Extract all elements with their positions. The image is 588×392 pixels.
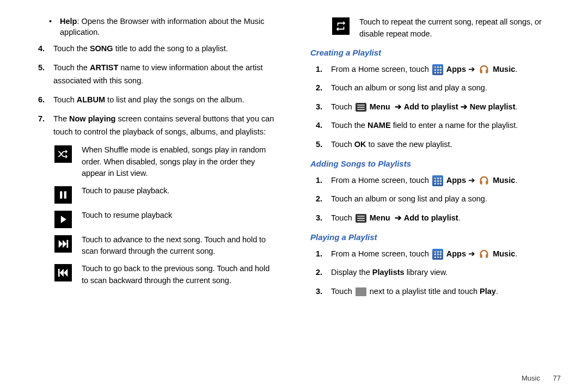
b-step-1: 1. From a Home screen, touch Apps ➔ Musi… bbox=[316, 174, 566, 187]
help-label: Help bbox=[60, 17, 77, 26]
prev-desc: Touch to go back to the previous song. T… bbox=[82, 263, 278, 287]
step-6: 6. Touch ALBUM to list and play the song… bbox=[38, 93, 278, 107]
c-step-2: 2. Display the Playlists library view. bbox=[316, 266, 566, 279]
shuffle-row: When Shuffle mode is enabled, songs play… bbox=[54, 144, 278, 180]
a-step-2: 2. Touch an album or song list and play … bbox=[316, 81, 566, 95]
options-icon bbox=[356, 287, 366, 296]
next-desc: Touch to advance to the next song. Touch… bbox=[82, 234, 278, 258]
step-body: Touch the ARTIST name to view informatio… bbox=[53, 61, 278, 88]
headphones-icon bbox=[479, 64, 489, 75]
shuffle-icon bbox=[54, 144, 82, 180]
creating-playlist-heading: Creating a Playlist bbox=[310, 48, 566, 57]
step-5: 5. Touch the ARTIST name to view informa… bbox=[38, 61, 278, 88]
svg-rect-1 bbox=[64, 192, 66, 199]
menu-icon bbox=[356, 103, 366, 112]
repeat-icon bbox=[332, 16, 359, 40]
step-num: 4. bbox=[38, 42, 53, 56]
help-desc: : Opens the Browser with information abo… bbox=[60, 17, 265, 36]
step-num: 6. bbox=[38, 93, 53, 107]
page-footer: Music 77 bbox=[522, 374, 561, 382]
apps-icon bbox=[432, 249, 443, 260]
shuffle-desc: When Shuffle mode is enabled, songs play… bbox=[82, 144, 278, 180]
page: • Help: Opens the Browser with informati… bbox=[0, 0, 588, 392]
help-bullet: • Help: Opens the Browser with informati… bbox=[49, 16, 278, 38]
menu-icon bbox=[356, 214, 366, 223]
step-num: 5. bbox=[38, 61, 53, 88]
step-4: 4. Touch the SONG title to add the song … bbox=[38, 42, 278, 56]
apps-icon bbox=[432, 64, 443, 75]
headphones-icon bbox=[479, 175, 489, 186]
repeat-row: Touch to repeat the current song, repeat… bbox=[332, 16, 566, 40]
prev-icon bbox=[54, 263, 82, 287]
step-body: Touch the SONG title to add the song to … bbox=[53, 42, 278, 56]
a-step-1: 1. From a Home screen, touch Apps ➔ Musi… bbox=[316, 63, 566, 76]
play-icon bbox=[54, 210, 82, 229]
pause-row: Touch to pause playback. bbox=[54, 185, 278, 204]
step-num: 7. bbox=[38, 112, 53, 139]
help-text: Help: Opens the Browser with information… bbox=[60, 16, 278, 38]
play-row: Touch to resume playback bbox=[54, 210, 278, 229]
step-7: 7. The Now playing screen contains sever… bbox=[38, 112, 278, 139]
pause-icon bbox=[54, 185, 82, 204]
next-row: Touch to advance to the next song. Touch… bbox=[54, 234, 278, 258]
step-body: The Now playing screen contains several … bbox=[53, 112, 278, 139]
next-icon bbox=[54, 234, 82, 258]
play-desc: Touch to resume playback bbox=[82, 210, 278, 229]
a-step-5: 5. Touch OK to save the new playlist. bbox=[316, 138, 566, 151]
bullet-dot: • bbox=[49, 16, 60, 38]
apps-icon bbox=[432, 175, 443, 186]
repeat-desc: Touch to repeat the current song, repeat… bbox=[359, 16, 566, 40]
prev-row: Touch to go back to the previous song. T… bbox=[54, 263, 278, 287]
adding-songs-heading: Adding Songs to Playlists bbox=[310, 159, 566, 168]
c-step-3: 3. Touch next to a playlist title and to… bbox=[316, 285, 566, 298]
step-body: Touch ALBUM to list and play the songs o… bbox=[53, 93, 278, 107]
pause-desc: Touch to pause playback. bbox=[82, 185, 278, 204]
left-column: • Help: Opens the Browser with informati… bbox=[22, 16, 278, 381]
right-column: Touch to repeat the current song, repeat… bbox=[310, 16, 566, 381]
footer-section: Music bbox=[522, 374, 540, 382]
a-step-4: 4. Touch the NAME field to enter a name … bbox=[316, 119, 566, 132]
headphones-icon bbox=[479, 249, 489, 260]
c-step-1: 1. From a Home screen, touch Apps ➔ Musi… bbox=[316, 247, 566, 261]
b-step-2: 2. Touch an album or song list and play … bbox=[316, 192, 566, 206]
playing-playlist-heading: Playing a Playlist bbox=[310, 232, 566, 242]
a-step-3: 3. Touch Menu ➔ Add to playlist ➔ New pl… bbox=[316, 100, 566, 114]
b-step-3: 3. Touch Menu ➔ Add to playlist. bbox=[316, 211, 566, 225]
footer-page-number: 77 bbox=[553, 374, 561, 382]
svg-rect-0 bbox=[60, 192, 62, 199]
